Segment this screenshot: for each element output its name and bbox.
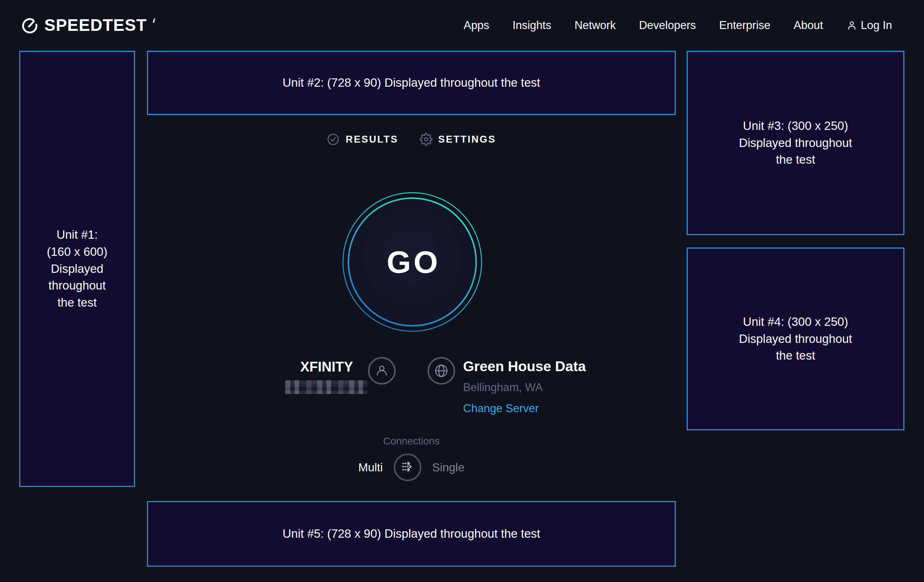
ad-unit-5-text: Unit #5: (728 x 90) Displayed throughout…	[283, 525, 540, 542]
speedometer-gauge-icon	[20, 16, 39, 35]
tab-settings[interactable]: SETTINGS	[419, 133, 496, 146]
server-globe-icon	[427, 357, 455, 385]
connections-single-label[interactable]: Single	[432, 461, 465, 474]
speedtest-home-page: SPEEDTEST Apps Insights Network Develope…	[0, 0, 924, 582]
ad-unit-3-300x250: Unit #3: (300 x 250) Displayed throughou…	[686, 51, 904, 235]
ad-unit-5-728x90: Unit #5: (728 x 90) Displayed throughout…	[147, 501, 676, 567]
isp-details-redacted	[285, 380, 367, 394]
connections-mode-toggle[interactable]	[394, 453, 421, 481]
nav-item-about[interactable]: About	[794, 19, 823, 32]
multi-connection-arrows-icon	[400, 459, 415, 476]
tab-settings-label: SETTINGS	[439, 134, 496, 145]
isp-avatar-icon[interactable]	[368, 357, 396, 385]
ad-unit-1-160x600: Unit #1: (160 x 600) Displayed throughou…	[19, 51, 135, 487]
go-button-label: GO	[342, 191, 483, 333]
check-circle-icon	[327, 133, 340, 146]
tab-results[interactable]: RESULTS	[327, 133, 398, 146]
user-icon	[846, 20, 857, 31]
ad-unit-2-text: Unit #2: (728 x 90) Displayed throughout…	[283, 74, 540, 91]
change-server-link[interactable]: Change Server	[463, 402, 539, 415]
nav-item-apps[interactable]: Apps	[464, 19, 489, 32]
nav-item-network[interactable]: Network	[574, 19, 616, 32]
nav-item-enterprise[interactable]: Enterprise	[719, 19, 770, 32]
ad-unit-1-text: Unit #1: (160 x 600) Displayed throughou…	[47, 226, 107, 311]
logo-trademark-mark	[152, 18, 155, 23]
login-label: Log In	[861, 19, 892, 32]
top-nav-bar: SPEEDTEST Apps Insights Network Develope…	[0, 0, 924, 51]
primary-navigation: Apps Insights Network Developers Enterpr…	[464, 19, 892, 32]
server-location: Bellingham, WA	[463, 381, 586, 394]
connections-multi-label[interactable]: Multi	[358, 461, 383, 474]
speedtest-logo[interactable]: SPEEDTEST	[20, 16, 153, 35]
tab-results-label: RESULTS	[345, 134, 398, 145]
login-button[interactable]: Log In	[846, 19, 892, 32]
ad-unit-3-text: Unit #3: (300 x 250) Displayed throughou…	[739, 117, 852, 169]
connections-heading: Connections	[147, 435, 676, 447]
go-button[interactable]: GO	[342, 191, 483, 333]
ad-unit-2-728x90: Unit #2: (728 x 90) Displayed throughout…	[147, 51, 676, 115]
nav-item-developers[interactable]: Developers	[639, 19, 696, 32]
isp-name: XFINITY	[285, 359, 368, 375]
connections-toggle-row: Multi Single	[147, 453, 676, 482]
ad-unit-4-text: Unit #4: (300 x 250) Displayed throughou…	[739, 313, 852, 364]
ad-unit-4-300x250: Unit #4: (300 x 250) Displayed throughou…	[686, 247, 904, 430]
results-settings-tabs: RESULTS SETTINGS	[147, 130, 676, 148]
server-name: Green House Data	[463, 358, 586, 374]
logo-wordmark: SPEEDTEST	[44, 15, 147, 35]
nav-item-insights[interactable]: Insights	[512, 19, 551, 32]
server-info: Green House Data Bellingham, WA Change S…	[463, 358, 586, 415]
gear-icon	[419, 133, 432, 146]
